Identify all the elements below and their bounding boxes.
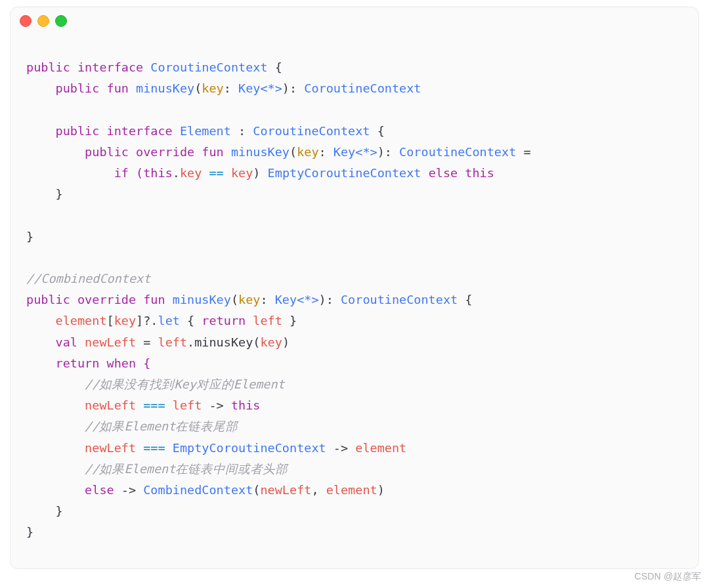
paren-open-3: ( (231, 293, 238, 306)
brace-open-2: { (370, 124, 385, 138)
kw-else-2: else (85, 483, 114, 497)
param-key-2: key (297, 145, 318, 159)
arrow: -> (202, 398, 231, 412)
paren-open-2: ( (290, 145, 297, 159)
bracket-close: ] (136, 314, 143, 327)
indent-3 (26, 441, 85, 455)
kw-else: else (421, 166, 465, 180)
minimize-icon[interactable] (37, 15, 49, 27)
prop-key: key (180, 166, 202, 180)
colon-2: : (319, 145, 333, 159)
dot: . (173, 166, 180, 180)
colon-3: : (260, 293, 274, 306)
kw-public-interface: public interface (26, 60, 150, 74)
type-keystar: Key<*> (238, 81, 282, 95)
kw-override-fun: public override fun (26, 145, 231, 159)
kw-return-when: return when { (26, 356, 150, 370)
var-key-2: key (114, 314, 136, 327)
type-coroutinecontext: CoroutineContext (150, 60, 267, 74)
type-emptycontext: EmptyCoroutineContext (268, 166, 421, 180)
colon: : (224, 81, 238, 95)
window-titlebar (11, 7, 698, 31)
type-keystar-3: Key<*> (275, 293, 319, 306)
comment-1: //如果没有找到Key对应的Element (26, 377, 285, 391)
op-eqeq: == (202, 166, 231, 180)
var-element-2: element (355, 441, 406, 455)
paren-close-sp: ) (253, 166, 267, 180)
var-left: left (253, 314, 282, 327)
maximize-icon[interactable] (55, 15, 67, 27)
arrow-3: -> (114, 483, 144, 497)
brace-open-lambda: { (180, 314, 202, 327)
equals-sign: = (516, 145, 530, 159)
type-return-3: CoroutineContext (341, 293, 458, 306)
code-window: public interface CoroutineContext { publ… (10, 7, 699, 569)
brace-close-4: } (26, 525, 33, 539)
kw-public-interface-inner: public interface (26, 124, 180, 138)
brace-open-3: { (458, 293, 472, 306)
assign: = (136, 335, 158, 349)
fn-minuskey-2: minusKey (231, 145, 290, 159)
paren-close-2: ) (282, 335, 290, 349)
brace-close-2: } (26, 230, 33, 243)
type-return-2: CoroutineContext (399, 145, 516, 159)
var-newleft: newLeft (85, 335, 136, 349)
kw-this: this (143, 166, 173, 180)
indent (26, 314, 56, 327)
comment-2: //如果Element在链表尾部 (26, 419, 238, 433)
arrow-2: -> (326, 441, 356, 455)
watermark-text: CSDN @赵彦军 (634, 568, 701, 569)
type-element: Element (180, 124, 231, 138)
var-left-2: left (158, 335, 188, 349)
kw-this-3: this (231, 398, 261, 412)
type-emptycontext-2: EmptyCoroutineContext (173, 441, 326, 455)
paren-open-4: ( (253, 483, 260, 497)
var-newleft-2: newLeft (85, 398, 136, 412)
comment-3: //如果Element在链表中间或者头部 (26, 462, 288, 476)
var-element: element (56, 314, 107, 327)
var-key: key (231, 166, 253, 180)
fn-minuskey: minusKey (136, 81, 194, 95)
kw-return: return (202, 314, 246, 327)
type-combinedcontext: CombinedContext (143, 483, 253, 497)
var-key-3: key (260, 335, 282, 349)
brace-open: { (268, 60, 282, 74)
brace-close-lambda: } (282, 314, 297, 327)
kw-this-2: this (465, 166, 494, 180)
type-return: CoroutineContext (304, 81, 421, 95)
paren-close-3: ) (377, 483, 385, 497)
extends-colon: : (231, 124, 253, 138)
fn-let: let (158, 314, 180, 327)
comma: , (311, 483, 326, 497)
type-keystar-2: Key<*> (333, 145, 377, 159)
paren-open: ( (194, 81, 202, 95)
var-element-3: element (326, 483, 377, 497)
kw-public-override-fun: public override fun (26, 293, 173, 306)
var-newleft-4: newLeft (260, 483, 311, 497)
paren-close-colon-3: ): (319, 293, 341, 306)
dot-minuskey: .minusKey( (187, 335, 260, 349)
safe-call: ?. (143, 314, 158, 327)
param-key: key (202, 81, 223, 95)
space (246, 314, 253, 327)
kw-if: if ( (26, 166, 143, 180)
comment-combined: //CombinedContext (26, 272, 150, 285)
close-icon[interactable] (20, 15, 32, 27)
var-left-3: left (173, 398, 202, 412)
param-key-3: key (238, 293, 260, 306)
brace-close-3: } (56, 504, 63, 518)
kw-public-fun: public fun (26, 81, 136, 95)
indent-2 (26, 398, 85, 412)
kw-val: val (26, 335, 85, 349)
op-identity-2: === (136, 441, 173, 455)
op-identity: === (136, 398, 173, 412)
indent-4 (26, 483, 85, 497)
bracket-open: [ (107, 314, 114, 327)
var-newleft-3: newLeft (85, 441, 136, 455)
type-coroutinecontext-2: CoroutineContext (253, 124, 370, 138)
brace-close: } (56, 187, 63, 201)
fn-minuskey-3: minusKey (173, 293, 231, 306)
paren-close-colon: ): (282, 81, 304, 95)
paren-close-colon-2: ): (377, 145, 399, 159)
code-block: public interface CoroutineContext { publ… (11, 31, 698, 568)
